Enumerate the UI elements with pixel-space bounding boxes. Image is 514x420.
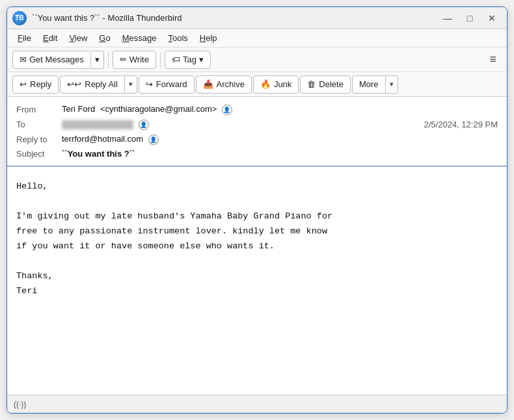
reply-all-dropdown[interactable]: ▾	[124, 76, 137, 93]
reply-to-value: terrford@hotmail.com 👤	[62, 134, 498, 145]
hamburger-button[interactable]: ≡	[484, 51, 502, 69]
reply-to-email: terrford@hotmail.com	[62, 134, 143, 144]
subject-row: Subject ``You want this ?``	[16, 147, 498, 161]
email-header: From Teri Ford <cynthiaragolane@gmail.co…	[7, 97, 507, 166]
subject-label: Subject	[16, 149, 62, 159]
menu-go[interactable]: Go	[94, 31, 115, 45]
body-line-5: if you want it or have someone else who …	[16, 239, 498, 254]
subject-text: ``You want this ?``	[62, 149, 135, 159]
more-button[interactable]: More	[353, 76, 385, 93]
delete-label: Delete	[319, 79, 344, 89]
get-messages-label: Get Messages	[29, 55, 84, 64]
from-label: From	[16, 105, 62, 114]
from-name: Teri Ford	[62, 104, 95, 114]
body-line-1: Hello,	[16, 179, 498, 194]
toolbar-divider-2	[160, 52, 161, 68]
tag-button[interactable]: 🏷 Tag ▾	[165, 51, 211, 69]
main-toolbar: ✉ Get Messages ▾ ✏ Write 🏷 Tag ▾ ≡	[7, 47, 507, 72]
thunderbird-window: TB ``You want this ?`` - Mozilla Thunder…	[7, 7, 507, 413]
more-arrow-icon: ▾	[390, 80, 394, 88]
body-line-3: I'm giving out my late husband's Yamaha …	[16, 209, 498, 224]
reply-to-label: Reply to	[16, 135, 62, 144]
to-contact-icon[interactable]: 👤	[139, 120, 149, 130]
body-line-8: Teri	[16, 284, 498, 299]
reply-all-icon: ↩↩	[67, 79, 81, 89]
window-title: ``You want this ?`` - Mozilla Thunderbir…	[32, 13, 433, 23]
reply-icon: ↩	[20, 79, 27, 89]
reply-button[interactable]: ↩ Reply	[12, 75, 59, 94]
reply-all-arrow-icon: ▾	[129, 80, 133, 88]
archive-icon: 📥	[203, 79, 213, 89]
from-email: <cynthiaragolane@gmail.com>	[100, 104, 217, 114]
radio-icon: ((·))	[14, 400, 26, 409]
to-value: 👤	[62, 119, 424, 130]
get-messages-dropdown[interactable]: ▾	[91, 51, 104, 69]
from-row: From Teri Ford <cynthiaragolane@gmail.co…	[16, 102, 498, 117]
menu-help[interactable]: Help	[195, 31, 223, 45]
get-messages-button[interactable]: ✉ Get Messages	[12, 51, 91, 69]
more-split-button: More ▾	[352, 75, 398, 94]
close-button[interactable]: ✕	[482, 11, 502, 25]
more-dropdown[interactable]: ▾	[385, 76, 398, 93]
reply-all-button[interactable]: ↩↩ Reply All	[61, 76, 124, 93]
maximize-button[interactable]: □	[460, 11, 480, 25]
archive-button[interactable]: 📥 Archive	[196, 75, 252, 94]
junk-button[interactable]: 🔥 Junk	[253, 75, 299, 94]
menu-message[interactable]: Message	[117, 31, 162, 45]
reply-all-label: Reply All	[85, 79, 118, 89]
tag-arrow-icon: ▾	[199, 55, 204, 64]
junk-icon: 🔥	[260, 79, 271, 89]
body-line-7: Thanks,	[16, 269, 498, 284]
to-blurred	[62, 120, 133, 129]
forward-icon: ↪	[146, 79, 153, 89]
reply-all-split-button: ↩↩ Reply All ▾	[60, 75, 137, 94]
tag-label: Tag	[183, 55, 196, 64]
reply-to-contact-icon[interactable]: 👤	[148, 135, 159, 145]
tag-icon: 🏷	[172, 55, 180, 64]
more-label: More	[359, 79, 379, 89]
menu-tools[interactable]: Tools	[163, 31, 193, 45]
menu-file[interactable]: File	[12, 31, 36, 45]
body-line-4: free to any passionate instrument lover.…	[16, 224, 498, 239]
titlebar: TB ``You want this ?`` - Mozilla Thunder…	[7, 7, 507, 29]
window-controls: — □ ✕	[438, 11, 502, 25]
from-contact-icon[interactable]: 👤	[222, 105, 232, 115]
forward-label: Forward	[156, 79, 187, 89]
radio-label: ((·))	[14, 400, 26, 409]
forward-button[interactable]: ↪ Forward	[139, 75, 195, 94]
pencil-icon: ✏	[120, 55, 127, 64]
write-button[interactable]: ✏ Write	[113, 51, 156, 69]
junk-label: Junk	[274, 79, 291, 89]
archive-label: Archive	[217, 79, 245, 89]
minimize-button[interactable]: —	[438, 11, 457, 25]
reply-label: Reply	[30, 79, 51, 89]
write-label: Write	[129, 55, 149, 64]
hamburger-icon: ≡	[489, 53, 496, 66]
email-body: Hello, I'm giving out my late husband's …	[7, 166, 507, 395]
app-logo-text: TB	[15, 14, 23, 21]
menu-edit[interactable]: Edit	[38, 31, 62, 45]
reply-to-row: Reply to terrford@hotmail.com 👤	[16, 132, 498, 147]
to-label: To	[16, 120, 62, 129]
dropdown-arrow-icon: ▾	[95, 55, 100, 64]
action-toolbar: ↩ Reply ↩↩ Reply All ▾ ↪ Forward 📥 Archi…	[7, 72, 507, 97]
app-logo: TB	[12, 11, 27, 25]
statusbar: ((·))	[7, 395, 507, 413]
delete-button[interactable]: 🗑 Delete	[300, 75, 351, 94]
to-row: To 👤 2/5/2024, 12:29 PM	[16, 117, 498, 132]
envelope-icon: ✉	[20, 55, 27, 64]
email-date: 2/5/2024, 12:29 PM	[424, 120, 498, 129]
toolbar-divider-1	[108, 52, 109, 68]
delete-icon: 🗑	[307, 79, 316, 89]
menubar: File Edit View Go Message Tools Help	[7, 29, 507, 47]
menu-view[interactable]: View	[64, 31, 92, 45]
from-value: Teri Ford <cynthiaragolane@gmail.com> 👤	[62, 104, 498, 115]
subject-value: ``You want this ?``	[62, 149, 498, 159]
